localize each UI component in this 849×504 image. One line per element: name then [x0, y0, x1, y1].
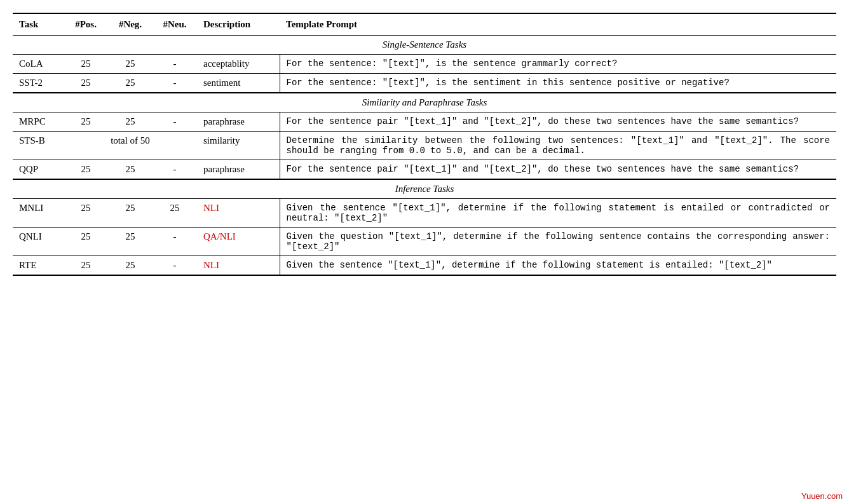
section-label: Similarity and Paraphrase Tasks [13, 93, 836, 112]
task-cell: CoLA [13, 55, 64, 74]
section-header-row: Inference Tasks [13, 179, 836, 199]
prompt-cell: For the sentence pair "[text_1]" and "[t… [280, 160, 836, 180]
prompt-cell: For the sentence: "[text]", is the senti… [280, 74, 836, 93]
task-cell: RTE [13, 256, 64, 276]
neg-cell: 25 [108, 256, 153, 276]
task-cell: SST-2 [13, 74, 64, 93]
neu-cell: - [153, 160, 197, 180]
table-row: MRPC2525-paraphraseFor the sentence pair… [13, 112, 836, 132]
section-header-row: Single-Sentence Tasks [13, 36, 836, 55]
desc-cell: paraphrase [197, 112, 280, 132]
desc-cell: sentiment [197, 74, 280, 93]
neg-cell: 25 [108, 228, 153, 256]
header-desc: Description [197, 13, 280, 36]
prompt-cell: Given the sentence "[text_1]", determine… [280, 256, 836, 276]
table-row: STS-Btotal of 50similarityDetermine the … [13, 132, 836, 160]
table-row: MNLI252525NLIGiven the sentence "[text_1… [13, 199, 836, 228]
section-label: Inference Tasks [13, 179, 836, 199]
neg-cell: 25 [108, 74, 153, 93]
neu-cell: - [153, 55, 197, 74]
pos-cell: 25 [64, 74, 108, 93]
desc-cell: NLI [197, 256, 280, 276]
desc-nli-label: QA/NLI [203, 231, 236, 242]
span-cell: total of 50 [64, 132, 197, 160]
pos-cell: 25 [64, 112, 108, 132]
table-header-row: Task #Pos. #Neg. #Neu. Description Templ… [13, 13, 836, 36]
desc-cell: paraphrase [197, 160, 280, 180]
neu-cell: - [153, 228, 197, 256]
header-pos: #Pos. [64, 13, 108, 36]
pos-cell: 25 [64, 199, 108, 228]
section-header-row: Similarity and Paraphrase Tasks [13, 93, 836, 112]
task-cell: QQP [13, 160, 64, 180]
watermark: Yuuen.com [801, 491, 843, 501]
prompt-cell: Given the question "[text_1]", determine… [280, 228, 836, 256]
task-cell: QNLI [13, 228, 64, 256]
header-task: Task [13, 13, 64, 36]
prompt-cell: Determine the similarity between the fol… [280, 132, 836, 160]
task-cell: STS-B [13, 132, 64, 160]
pos-cell: 25 [64, 160, 108, 180]
prompt-cell: For the sentence pair "[text_1]" and "[t… [280, 112, 836, 132]
pos-cell: 25 [64, 228, 108, 256]
desc-cell: similarity [197, 132, 280, 160]
desc-cell: acceptablity [197, 55, 280, 74]
table-container: Task #Pos. #Neg. #Neu. Description Templ… [13, 13, 836, 276]
main-table: Task #Pos. #Neg. #Neu. Description Templ… [13, 13, 836, 276]
pos-cell: 25 [64, 55, 108, 74]
neg-cell: 25 [108, 55, 153, 74]
neu-cell: - [153, 112, 197, 132]
table-row: QNLI2525-QA/NLIGiven the question "[text… [13, 228, 836, 256]
neu-cell: - [153, 74, 197, 93]
table-row: SST-22525-sentimentFor the sentence: "[t… [13, 74, 836, 93]
neu-cell: 25 [153, 199, 197, 228]
prompt-cell: Given the sentence "[text_1]", determine… [280, 199, 836, 228]
header-neg: #Neg. [108, 13, 153, 36]
desc-nli-label: NLI [203, 260, 219, 270]
pos-cell: 25 [64, 256, 108, 276]
neg-cell: 25 [108, 112, 153, 132]
desc-nli-label: NLI [203, 203, 219, 213]
header-prompt: Template Prompt [280, 13, 836, 36]
table-row: RTE2525-NLIGiven the sentence "[text_1]"… [13, 256, 836, 276]
prompt-cell: For the sentence: "[text]", is the sente… [280, 55, 836, 74]
header-neu: #Neu. [153, 13, 197, 36]
neu-cell: - [153, 256, 197, 276]
desc-cell: NLI [197, 199, 280, 228]
section-label: Single-Sentence Tasks [13, 36, 836, 55]
neg-cell: 25 [108, 160, 153, 180]
neg-cell: 25 [108, 199, 153, 228]
task-cell: MRPC [13, 112, 64, 132]
table-row: QQP2525-paraphraseFor the sentence pair … [13, 160, 836, 180]
desc-cell: QA/NLI [197, 228, 280, 256]
table-row: CoLA2525-acceptablityFor the sentence: "… [13, 55, 836, 74]
task-cell: MNLI [13, 199, 64, 228]
